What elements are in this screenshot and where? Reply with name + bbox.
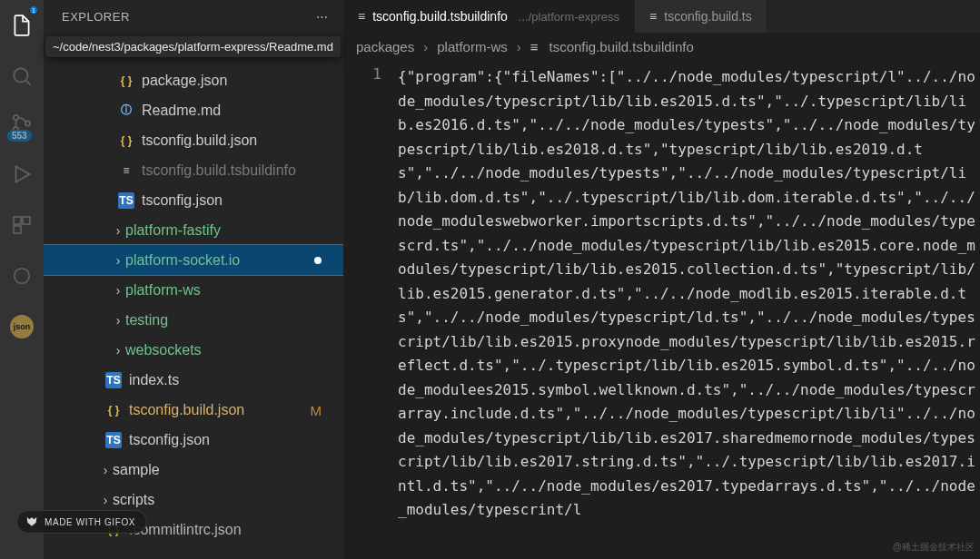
explorer-header: EXPLORER ⋯ xyxy=(44,0,343,33)
file-tsbuildinfo[interactable]: ≡ tsconfig.build.tsbuildinfo xyxy=(44,155,343,185)
hover-path-tooltip: ~/code/nest3/packages/platform-express/R… xyxy=(45,36,341,57)
json-icon: { } xyxy=(118,73,134,89)
file-index-ts[interactable]: TS index.ts xyxy=(44,365,343,395)
editor-tabs: ≡ tsconfig.build.tsbuildinfo .../platfor… xyxy=(343,0,980,33)
corner-watermark: @稀土掘金技术社区 xyxy=(893,541,975,554)
svg-point-1 xyxy=(14,115,18,120)
svg-point-3 xyxy=(25,121,30,125)
activity-search-icon[interactable] xyxy=(0,58,44,94)
folder-sample[interactable]: › sample xyxy=(44,455,343,485)
editor-content[interactable]: 1 {"program":{"fileNames":["../../node_m… xyxy=(343,60,980,559)
ts-icon: TS xyxy=(105,372,122,388)
folder-platform-socketio[interactable]: › platform-socket.io xyxy=(44,245,343,275)
explorer-title: EXPLORER xyxy=(62,10,130,24)
svg-point-0 xyxy=(14,68,27,82)
activity-explorer-icon[interactable]: 1 xyxy=(0,7,44,44)
file-tsbuild-json[interactable]: { } tsconfig.build.json xyxy=(44,125,343,155)
file-tsconfig-2[interactable]: TS tsconfig.json xyxy=(44,425,343,455)
chevron-right-icon: › xyxy=(111,283,125,298)
chevron-right-icon: › xyxy=(111,343,125,358)
json-icon: { } xyxy=(118,132,134,149)
explorer-unsaved-badge: 1 xyxy=(29,5,38,15)
svg-point-8 xyxy=(15,269,30,284)
crumb-platform-ws[interactable]: platform-ws xyxy=(437,39,508,54)
tab-tsbuildinfo-2[interactable]: ≡ tsconfig.build.ts xyxy=(635,0,767,33)
file-tsconfig[interactable]: TS tsconfig.json xyxy=(44,185,343,215)
chevron-right-icon: › xyxy=(111,313,125,328)
ts-icon: TS xyxy=(105,432,122,448)
tab-subpath: .../platform-express xyxy=(519,10,619,24)
line-gutter: 1 xyxy=(343,60,398,559)
lines-icon: ≡ xyxy=(530,39,539,54)
crumb-packages[interactable]: packages xyxy=(356,39,414,54)
folder-websockets[interactable]: › websockets xyxy=(44,335,343,365)
editor-area: ≡ tsconfig.build.tsbuildinfo .../platfor… xyxy=(343,0,980,559)
tab-label: tsconfig.build.tsbuildinfo xyxy=(372,9,508,24)
activity-remote-icon[interactable] xyxy=(0,258,44,294)
chevron-right-icon: › xyxy=(423,39,428,54)
chevron-right-icon: › xyxy=(517,39,521,54)
line-number: 1 xyxy=(343,65,381,83)
info-icon: ⓘ xyxy=(118,103,134,119)
tab-label: tsconfig.build.ts xyxy=(664,9,752,24)
folder-platform-ws[interactable]: › platform-ws xyxy=(44,275,343,305)
json-icon: { } xyxy=(105,402,122,418)
scm-badge: 553 xyxy=(7,130,32,142)
explorer-sidebar: EXPLORER ⋯ ~/code/nest3/packages/platfor… xyxy=(44,0,343,559)
breadcrumbs[interactable]: packages › platform-ws › ≡ tsconfig.buil… xyxy=(343,33,980,60)
file-tree: { } package.json ⓘ Readme.md { } tsconfi… xyxy=(44,33,343,559)
lines-icon: ≡ xyxy=(118,162,134,179)
modified-marker: M xyxy=(311,402,322,417)
file-readme[interactable]: ⓘ Readme.md xyxy=(44,95,343,125)
folder-testing[interactable]: › testing xyxy=(44,305,343,335)
fox-icon xyxy=(25,515,39,529)
svg-rect-7 xyxy=(14,226,21,233)
chevron-right-icon: › xyxy=(111,223,125,238)
svg-rect-5 xyxy=(14,217,21,224)
svg-marker-4 xyxy=(16,166,30,181)
activity-json-icon[interactable]: json xyxy=(0,309,44,345)
file-tsbuild-json-2[interactable]: { } tsconfig.build.json M xyxy=(44,395,343,425)
crumb-file[interactable]: ≡ tsconfig.build.tsbuildinfo xyxy=(530,39,694,54)
ts-icon: TS xyxy=(118,192,134,209)
folder-platform-fastify[interactable]: › platform-fastify xyxy=(44,215,343,245)
tab-tsbuildinfo-express[interactable]: ≡ tsconfig.build.tsbuildinfo .../platfor… xyxy=(343,0,635,33)
gifox-watermark: MADE WITH GIFOX xyxy=(16,510,147,534)
chevron-right-icon: › xyxy=(111,253,125,268)
activity-bar: 1 553 json xyxy=(0,0,44,559)
more-actions-icon[interactable]: ⋯ xyxy=(314,8,331,25)
activity-extensions-icon[interactable] xyxy=(0,207,44,243)
activity-run-icon[interactable] xyxy=(0,156,44,192)
code-text[interactable]: {"program":{"fileNames":["../../node_mod… xyxy=(398,60,980,559)
chevron-right-icon: › xyxy=(98,493,113,507)
activity-source-control-icon[interactable]: 553 xyxy=(0,105,44,142)
lines-icon: ≡ xyxy=(358,9,365,24)
svg-rect-6 xyxy=(23,217,30,224)
file-package-json[interactable]: { } package.json xyxy=(44,65,343,95)
chevron-right-icon: › xyxy=(98,463,113,477)
lines-icon: ≡ xyxy=(649,9,657,24)
unsaved-dot-icon xyxy=(314,257,322,264)
